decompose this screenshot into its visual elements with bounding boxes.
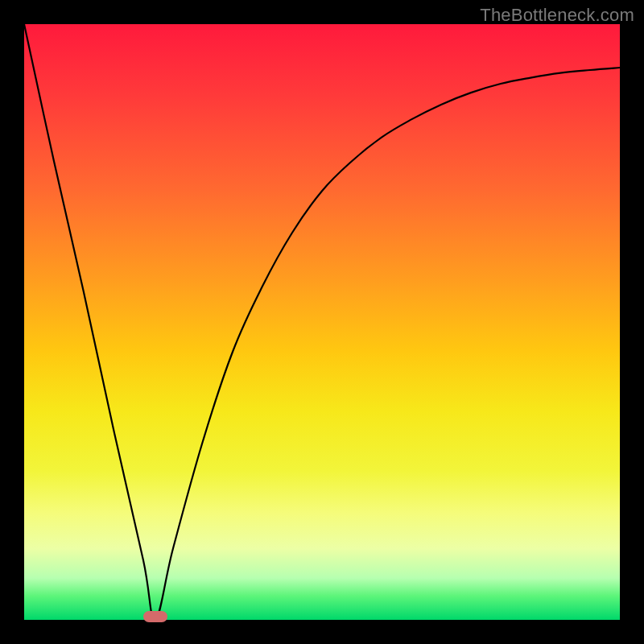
optimum-marker (143, 611, 167, 622)
plot-area (24, 24, 620, 620)
bottleneck-curve (24, 24, 620, 620)
chart-frame: TheBottleneck.com (0, 0, 644, 644)
curve-svg (24, 24, 620, 620)
watermark-text: TheBottleneck.com (480, 5, 634, 26)
